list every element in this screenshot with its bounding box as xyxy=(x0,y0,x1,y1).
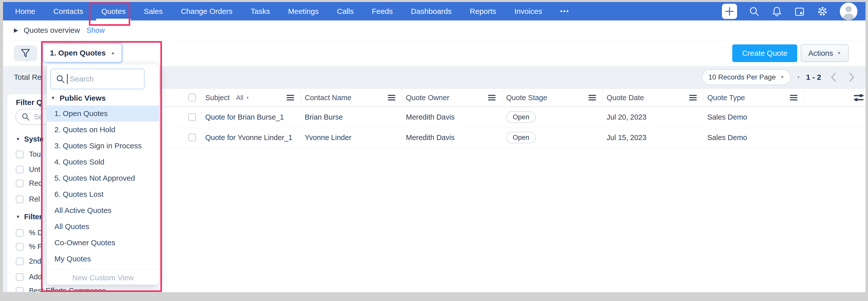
nav-item-contacts[interactable]: Contacts xyxy=(53,7,83,16)
row-checkbox[interactable] xyxy=(188,113,196,121)
show-link[interactable]: Show xyxy=(86,26,105,34)
filter-label[interactable]: % D xyxy=(29,228,43,237)
column-header-quote-stage[interactable]: Quote Stage xyxy=(502,89,603,107)
filter-checkbox-row: Unt xyxy=(16,165,40,173)
column-menu-icon[interactable] xyxy=(689,95,697,101)
checkbox[interactable] xyxy=(16,287,24,293)
column-header-quote-owner[interactable]: Quote Owner xyxy=(402,89,502,107)
nav-item-sales[interactable]: Sales xyxy=(144,7,163,16)
filter-checkbox-row: % F xyxy=(16,243,42,251)
cell-owner: Meredith Davis xyxy=(402,128,502,147)
search-icon xyxy=(56,75,65,83)
nav-more-ellipsis[interactable]: ••• xyxy=(560,7,569,15)
view-option-quotes-sign-in-process[interactable]: 3. Quotes Sign in Process xyxy=(47,138,159,154)
toolbar: 1. Open Quotes ▲ Create Quote Actions ▼ xyxy=(3,40,866,66)
user-avatar[interactable] xyxy=(840,2,858,20)
nav-item-change-orders[interactable]: Change Orders xyxy=(181,7,232,16)
view-selector-button[interactable]: 1. Open Quotes ▲ xyxy=(43,44,122,62)
filter-label[interactable]: Unt xyxy=(29,165,40,173)
view-option-my-quotes[interactable]: My Quotes xyxy=(47,251,159,267)
cell-stage: Open xyxy=(502,128,603,147)
quick-create-button[interactable] xyxy=(722,4,737,19)
filter-label[interactable]: Tou xyxy=(29,150,41,159)
dropdown-search-input[interactable] xyxy=(70,75,133,83)
column-menu-icon[interactable] xyxy=(790,95,798,101)
view-option-open-quotes[interactable]: 1. Open Quotes xyxy=(47,106,159,121)
triangle-down-icon: ▼ xyxy=(51,95,55,101)
filter-checkbox-row: Add xyxy=(16,273,42,281)
view-selector-label: 1. Open Quotes xyxy=(50,49,106,57)
cell-owner: Meredith Davis xyxy=(402,107,502,127)
prev-page-chevron-icon[interactable] xyxy=(828,72,839,83)
view-option-quotes-on-hold[interactable]: 2. Quotes on Hold xyxy=(47,121,159,138)
view-option-quotes-lost[interactable]: 6. Quotes Lost xyxy=(47,186,159,202)
caret-down-icon: ▼ xyxy=(780,75,784,80)
search-icon[interactable] xyxy=(749,6,760,17)
search-icon xyxy=(22,112,30,121)
public-views-group-header[interactable]: ▼ Public Views xyxy=(51,94,106,103)
column-label: Quote Type xyxy=(707,93,745,102)
column-header-contact-name[interactable]: Contact Name xyxy=(301,89,402,107)
create-quote-button[interactable]: Create Quote xyxy=(732,45,797,62)
view-option-co-owner-quotes[interactable]: Co-Owner Quotes xyxy=(47,235,159,251)
checkbox[interactable] xyxy=(16,180,24,187)
calendar-icon[interactable] xyxy=(794,6,805,17)
records-per-page-select[interactable]: 10 Records Per Page ▼ xyxy=(702,70,791,85)
nav-item-tasks[interactable]: Tasks xyxy=(251,7,270,16)
dropdown-search-field[interactable] xyxy=(50,69,145,89)
checkbox[interactable] xyxy=(16,243,24,250)
column-menu-icon[interactable] xyxy=(588,95,596,101)
nav-item-home[interactable]: Home xyxy=(15,7,35,16)
checkbox[interactable] xyxy=(16,229,24,237)
view-option-all-quotes[interactable]: All Quotes xyxy=(47,219,159,235)
cell-subject[interactable]: Quote for Brian Burse_1 xyxy=(202,107,301,127)
row-checkbox[interactable] xyxy=(188,134,196,141)
filter-label[interactable]: Add xyxy=(29,273,42,281)
checkbox[interactable] xyxy=(16,273,24,281)
cell-subject[interactable]: Quote for Yvonne Linder_1 xyxy=(202,128,301,147)
table-row[interactable]: Quote for Brian Burse_1 Brian Burse Mere… xyxy=(161,107,866,128)
nav-item-invoices[interactable]: Invoices xyxy=(515,7,542,16)
column-header-subject[interactable]: Subject All ▼ xyxy=(202,89,301,107)
subject-filter-all[interactable]: All ▼ xyxy=(236,94,249,102)
column-header-quote-type[interactable]: Quote Type xyxy=(704,89,804,107)
select-all-checkbox[interactable] xyxy=(188,94,196,102)
nav-item-dashboards[interactable]: Dashboards xyxy=(411,7,452,16)
actions-label: Actions xyxy=(808,49,833,57)
checkbox[interactable] xyxy=(16,257,24,265)
filter-label[interactable]: Rel xyxy=(29,195,40,203)
view-option-quotes-not-approved[interactable]: 5. Quotes Not Approved xyxy=(47,170,159,186)
table-row[interactable]: Quote for Yvonne Linder_1 Yvonne Linder … xyxy=(161,128,866,148)
nav-item-quotes-active[interactable]: Quotes xyxy=(101,7,126,16)
new-custom-view-button[interactable]: New Custom View xyxy=(47,272,159,284)
nav-item-reports[interactable]: Reports xyxy=(470,7,496,16)
notifications-bell-icon[interactable] xyxy=(771,6,782,17)
filter-label[interactable]: Best Efforts Commence xyxy=(29,286,106,292)
settings-gear-icon[interactable] xyxy=(817,5,828,17)
nav-item-meetings[interactable]: Meetings xyxy=(288,7,319,16)
column-menu-icon[interactable] xyxy=(488,95,496,101)
checkbox[interactable] xyxy=(16,195,24,203)
system-filters-group-header[interactable]: ▼ Syste xyxy=(16,135,43,143)
column-header-quote-date[interactable]: Quote Date xyxy=(603,89,704,107)
filter-label[interactable]: % F xyxy=(29,243,42,251)
filter-label[interactable]: 2nd xyxy=(29,257,41,266)
next-page-chevron-icon[interactable] xyxy=(846,72,858,83)
column-menu-icon[interactable] xyxy=(286,95,294,101)
filter-checkbox-row: Best Efforts Commence xyxy=(16,286,106,292)
checkbox[interactable] xyxy=(16,166,24,173)
nav-item-feeds[interactable]: Feeds xyxy=(372,7,393,16)
app-window: Home Contacts Quotes Sales Change Orders… xyxy=(3,2,866,292)
filter-button[interactable] xyxy=(14,46,37,61)
field-filters-group-header[interactable]: ▼ Filter xyxy=(16,213,42,221)
view-option-quotes-sold[interactable]: 4. Quotes Sold xyxy=(47,154,159,170)
column-menu-icon[interactable] xyxy=(388,95,395,101)
filter-label[interactable]: Rec xyxy=(29,179,42,188)
checkbox[interactable] xyxy=(16,150,24,158)
cell-type: Sales Demo xyxy=(704,128,804,147)
column-settings-sliders-icon[interactable] xyxy=(854,93,864,103)
nav-item-calls[interactable]: Calls xyxy=(337,7,354,16)
actions-button[interactable]: Actions ▼ xyxy=(801,45,848,62)
view-option-all-active-quotes[interactable]: All Active Quotes xyxy=(47,202,159,219)
collapse-triangle-icon[interactable]: ▶ xyxy=(14,27,18,33)
